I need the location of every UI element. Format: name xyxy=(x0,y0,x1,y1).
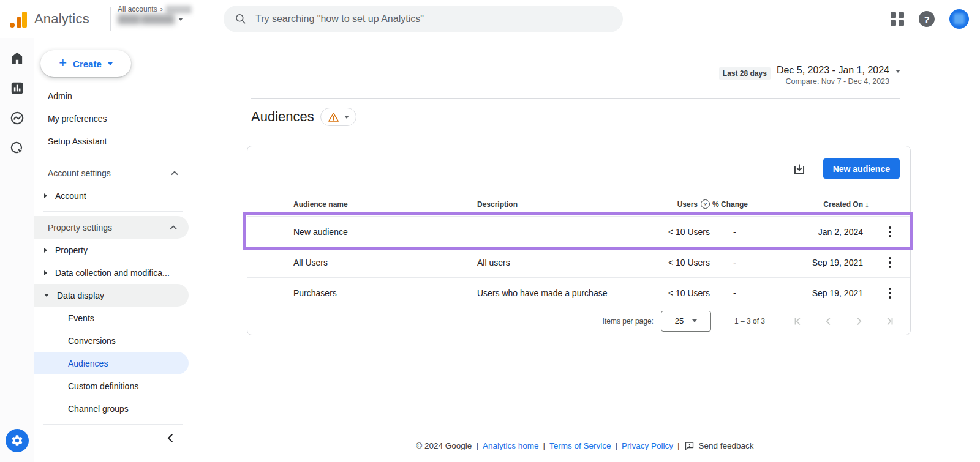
new-audience-button[interactable]: New audience xyxy=(823,158,900,179)
cell-users: < 10 Users xyxy=(618,288,710,298)
cell-change: - xyxy=(710,288,783,298)
link-privacy-policy[interactable]: Privacy Policy xyxy=(622,441,673,450)
audiences-table-card: New audience Audience name Description U… xyxy=(247,146,911,335)
sidebar-item-my-preferences[interactable]: My preferences xyxy=(34,107,190,130)
expand-arrow-icon xyxy=(44,193,47,198)
table-header-row: Audience name Description Users ? % Chan… xyxy=(247,192,910,216)
main-content: Last 28 days Dec 5, 2023 - Jan 1, 2024 C… xyxy=(190,38,980,462)
item-label: Data display xyxy=(57,291,104,300)
row-menu-icon[interactable] xyxy=(886,255,894,270)
send-feedback-link[interactable]: Send feedback xyxy=(699,441,754,450)
gear-icon xyxy=(10,434,24,447)
analytics-logo[interactable]: Analytics xyxy=(10,0,89,38)
chevron-up-icon xyxy=(169,225,178,231)
page-size-select[interactable]: 25 xyxy=(661,311,711,332)
table-row-all-users[interactable]: All Users All users < 10 Users - Sep 19,… xyxy=(247,247,910,277)
link-analytics-home[interactable]: Analytics home xyxy=(483,441,539,450)
cell-name[interactable]: New audience xyxy=(293,227,477,237)
expand-arrow-icon xyxy=(44,248,47,253)
sidebar-item-conversions[interactable]: Conversions xyxy=(34,329,190,352)
sidebar-item-custom-definitions[interactable]: Custom definitions xyxy=(34,374,190,397)
cell-name[interactable]: Purchasers xyxy=(293,288,477,298)
sidebar-item-channel-groups[interactable]: Channel groups xyxy=(34,397,190,420)
last-page-icon[interactable] xyxy=(882,315,895,328)
download-icon[interactable] xyxy=(791,161,807,177)
section-account-settings[interactable]: Account settings xyxy=(34,162,190,184)
collapse-sidebar-icon[interactable] xyxy=(165,433,176,444)
cell-name[interactable]: All Users xyxy=(293,258,477,267)
reports-icon[interactable] xyxy=(9,80,25,96)
divider xyxy=(110,7,111,31)
warning-dropdown[interactable] xyxy=(320,108,356,126)
plus-icon: + xyxy=(59,56,67,70)
sidebar-item-property[interactable]: Property xyxy=(34,239,190,261)
link-terms-of-service[interactable]: Terms of Service xyxy=(549,441,611,450)
divider xyxy=(43,157,183,157)
global-search[interactable] xyxy=(224,6,623,32)
expand-arrow-icon xyxy=(44,270,47,275)
users-help-icon[interactable]: ? xyxy=(701,199,710,209)
breadcrumb-separator: › xyxy=(160,5,163,13)
col-audience-name: Audience name xyxy=(293,200,477,209)
explore-icon[interactable] xyxy=(9,110,25,126)
warning-icon xyxy=(328,112,339,122)
table-row-purchasers[interactable]: Purchasers Users who have made a purchas… xyxy=(247,277,910,308)
admin-sidebar: + Create Admin My preferences Setup Assi… xyxy=(34,38,190,462)
divider xyxy=(43,211,183,212)
account-breadcrumb[interactable]: All accounts › ██████ ████ ██████ xyxy=(118,5,190,24)
nav-rail xyxy=(0,38,34,462)
search-input[interactable] xyxy=(255,13,612,24)
advertising-icon[interactable] xyxy=(9,140,25,156)
section-property-settings[interactable]: Property settings xyxy=(34,216,189,239)
analytics-logo-icon xyxy=(10,10,28,28)
apps-grid-icon[interactable] xyxy=(891,12,904,26)
separator: | xyxy=(615,441,617,450)
col-description: Description xyxy=(477,200,618,209)
divider xyxy=(251,98,900,99)
chevron-down-icon xyxy=(344,116,349,119)
col-users: Users xyxy=(677,200,698,209)
previous-page-icon[interactable] xyxy=(822,315,835,328)
copyright-text: © 2024 Google xyxy=(416,441,472,450)
sidebar-item-admin[interactable]: Admin xyxy=(34,84,190,107)
cell-created: Sep 19, 2021 xyxy=(783,288,869,298)
first-page-icon[interactable] xyxy=(792,315,805,328)
pagination-range: 1 – 3 of 3 xyxy=(734,317,765,326)
sidebar-item-data-display[interactable]: Data display xyxy=(34,284,189,307)
collapse-arrow-icon xyxy=(44,294,49,297)
col-created-on[interactable]: Created On ↓ xyxy=(783,199,869,209)
brand-title: Analytics xyxy=(34,11,89,27)
cell-created: Sep 19, 2021 xyxy=(783,258,869,267)
admin-settings-gear[interactable] xyxy=(6,429,29,452)
date-preset-badge: Last 28 days xyxy=(719,67,771,80)
breadcrumb-all-accounts[interactable]: All accounts xyxy=(118,5,157,13)
cell-created: Jan 2, 2024 xyxy=(783,227,869,237)
create-button[interactable]: + Create xyxy=(40,50,131,77)
sidebar-item-events[interactable]: Events xyxy=(34,307,190,329)
page-title: Audiences xyxy=(251,109,314,125)
chevron-down-icon xyxy=(692,319,697,322)
next-page-icon[interactable] xyxy=(852,315,865,328)
table-row-new-audience[interactable]: New audience < 10 Users - Jan 2, 2024 xyxy=(247,216,910,247)
sidebar-item-setup-assistant[interactable]: Setup Assistant xyxy=(34,130,190,152)
separator: | xyxy=(543,441,545,450)
sidebar-item-account[interactable]: Account xyxy=(34,184,190,207)
cell-description: Users who have made a purchase xyxy=(477,288,618,298)
date-range-picker[interactable]: Last 28 days Dec 5, 2023 - Jan 1, 2024 C… xyxy=(719,65,900,86)
search-icon xyxy=(235,13,247,25)
avatar[interactable] xyxy=(949,9,969,29)
chevron-down-icon xyxy=(895,70,900,73)
sidebar-item-audiences[interactable]: Audiences xyxy=(34,352,189,374)
help-icon[interactable]: ? xyxy=(919,11,935,27)
page-footer: © 2024 Google | Analytics home | Terms o… xyxy=(190,441,980,451)
home-icon[interactable] xyxy=(9,50,25,66)
row-menu-icon[interactable] xyxy=(886,224,894,240)
chevron-down-icon xyxy=(108,62,113,65)
cell-change: - xyxy=(710,227,783,237)
page-size-value: 25 xyxy=(675,316,684,326)
sidebar-item-data-collection[interactable]: Data collection and modifica... xyxy=(34,261,190,284)
item-label: Data collection and modifica... xyxy=(55,268,170,278)
row-menu-icon[interactable] xyxy=(886,285,894,301)
col-created-label: Created On xyxy=(823,200,863,209)
col-change: % Change xyxy=(710,200,783,209)
